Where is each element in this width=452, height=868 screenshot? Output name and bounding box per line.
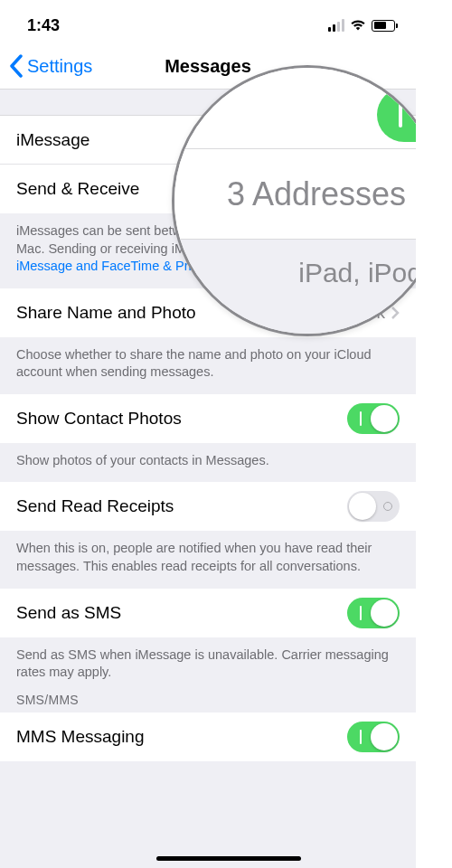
page-title: Messages [165, 56, 251, 77]
row-label: iMessage [16, 130, 89, 150]
cellular-signal-icon [328, 19, 344, 32]
home-indicator [156, 856, 301, 861]
magnifier-overlay: 3 Addresses iPad, iPod [172, 65, 443, 336]
row-send-read-receipts[interactable]: Send Read Receipts [0, 482, 416, 531]
messages-settings-screen: 1:43 Settings Messages [0, 0, 416, 868]
magnified-footer-snip: iPad, iPod [298, 258, 422, 288]
back-label: Settings [27, 56, 92, 77]
row-label: Send Read Receipts [16, 496, 174, 516]
contact-photos-footer: Show photos of your contacts in Messages… [0, 443, 416, 483]
row-label: Send as SMS [16, 603, 121, 623]
magnified-send-receive-row: 3 Addresses [174, 149, 440, 240]
row-mms-messaging[interactable]: MMS Messaging [0, 712, 416, 761]
status-bar: 1:43 [0, 0, 416, 43]
read-receipts-footer: When this is on, people are notified whe… [0, 531, 416, 588]
share-name-footer: Choose whether to share the name and pho… [0, 337, 416, 394]
chevron-right-icon [391, 306, 400, 320]
sms-mms-header: SMS/MMS [0, 687, 416, 712]
wifi-icon [350, 19, 366, 32]
chevron-left-icon [9, 54, 25, 78]
sms-footer: Send as SMS when iMessage is unavailable… [0, 637, 416, 687]
right-gutter [416, 0, 452, 868]
send-read-receipts-toggle[interactable] [347, 491, 400, 522]
row-show-contact-photos[interactable]: Show Contact Photos [0, 394, 416, 443]
row-label: Show Contact Photos [16, 409, 182, 429]
row-label: Send & Receive [16, 179, 139, 199]
send-as-sms-toggle[interactable] [347, 598, 400, 628]
mms-messaging-toggle[interactable] [347, 722, 400, 752]
show-contact-photos-toggle[interactable] [347, 403, 400, 434]
row-send-as-sms[interactable]: Send as SMS [0, 589, 416, 637]
row-label: MMS Messaging [16, 727, 145, 747]
row-label: Share Name and Photo [16, 303, 196, 323]
back-button[interactable]: Settings [0, 54, 92, 78]
magnified-addresses-value: 3 Addresses [227, 175, 406, 213]
battery-icon [372, 20, 398, 32]
status-time: 1:43 [27, 16, 60, 35]
status-icons [328, 19, 398, 32]
